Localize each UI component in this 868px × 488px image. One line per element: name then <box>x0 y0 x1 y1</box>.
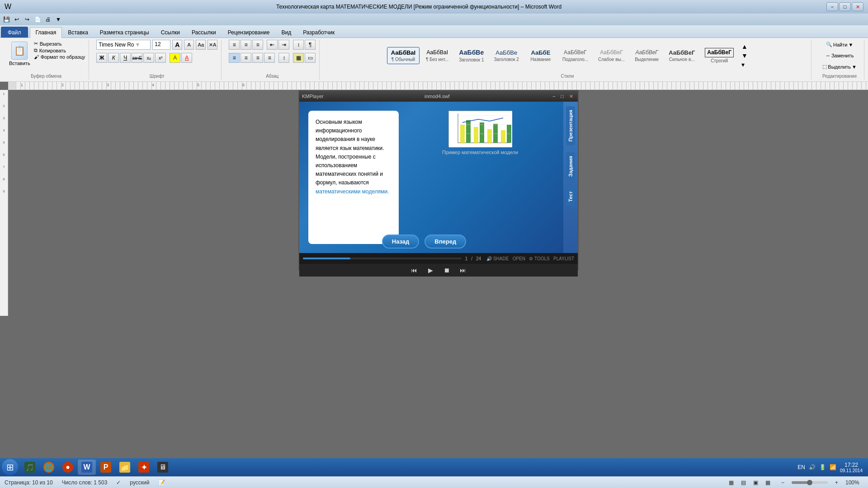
bullets-button[interactable]: ≡ <box>229 40 240 50</box>
style-heading2[interactable]: АаБбВе Заголовок 2 <box>490 47 523 65</box>
qat-dropdown[interactable]: ▼ <box>54 15 63 24</box>
style-subtitle[interactable]: АаБбВеГ Подзаголо... <box>558 47 592 64</box>
replace-button[interactable]: ↔ Заменить <box>822 51 857 60</box>
taskbar-other[interactable]: 🖥 <box>154 460 172 475</box>
superscript-button[interactable]: x² <box>155 53 166 63</box>
multilevel-button[interactable]: ≡ <box>252 40 263 50</box>
zoom-minus[interactable]: − <box>781 479 784 486</box>
taskbar-word[interactable]: W <box>78 460 96 475</box>
close-button[interactable]: ✕ <box>852 2 863 11</box>
format-painter-button[interactable]: 🖌 Формат по образцу <box>34 54 85 60</box>
view-read-icon[interactable]: ▦ <box>765 479 770 486</box>
tray-volume[interactable]: 🔊 <box>809 464 816 470</box>
paste-button[interactable]: 📋 Вставить <box>7 40 32 68</box>
cut-button[interactable]: ✂ Вырезать <box>34 41 85 47</box>
styles-scroll-down[interactable]: ▼ <box>741 52 748 59</box>
zoom-plus[interactable]: + <box>835 479 838 486</box>
zoom-slider[interactable] <box>792 481 828 484</box>
taskbar-media-player[interactable]: 🎵 <box>21 460 39 475</box>
maximize-button[interactable]: □ <box>839 2 851 11</box>
show-marks-button[interactable]: ¶ <box>305 40 316 50</box>
style-no-spacing[interactable]: АаБбВаI ¶ Без инт... <box>421 47 453 64</box>
subscript-button[interactable]: x₂ <box>143 53 154 63</box>
minimize-button[interactable]: − <box>826 2 838 11</box>
select-button[interactable]: ⬚ Выделить ▼ <box>819 62 860 71</box>
font-grow-button[interactable]: А <box>172 40 182 50</box>
style-normal[interactable]: АаБбВаI ¶ Обычный <box>387 47 420 65</box>
side-panel-tasks[interactable]: Задания <box>566 152 575 180</box>
tab-file[interactable]: Файл <box>1 27 28 38</box>
style-heading1[interactable]: АаБбВе Заголовок 1 <box>455 47 488 65</box>
view-web-icon[interactable]: ▣ <box>753 479 758 486</box>
sort-button[interactable]: ↕ <box>293 40 304 50</box>
tab-page-layout[interactable]: Разметка страницы <box>94 27 155 38</box>
font-name-input[interactable]: Times New Ro ▼ <box>96 40 151 50</box>
qat-redo[interactable]: ↪ <box>23 15 32 24</box>
clear-format-button[interactable]: ✕A <box>208 40 217 50</box>
taskbar-flash[interactable]: ✦ <box>135 460 153 475</box>
view-normal-icon[interactable]: ▦ <box>729 479 734 486</box>
qat-save[interactable]: 💾 <box>2 15 11 24</box>
tab-mailings[interactable]: Рассылки <box>186 27 222 38</box>
tray-clock[interactable]: 17:22 09.11.2014 <box>840 462 863 473</box>
styles-more[interactable]: ▾ <box>741 61 748 68</box>
taskbar-ie[interactable]: 🌐 <box>40 460 58 475</box>
tab-home[interactable]: Главная <box>30 27 62 38</box>
km-play-button[interactable]: ▶ <box>426 266 435 275</box>
copy-button[interactable]: ⧉ Копировать <box>34 47 85 53</box>
taskbar-chrome[interactable]: ● <box>59 460 77 475</box>
find-button[interactable]: 🔍 Найти ▼ <box>822 40 857 49</box>
style-strong-emphasis[interactable]: АаБбВеГ Сильное в... <box>665 47 699 65</box>
style-strict[interactable]: АаБбВеГ Строгий <box>701 46 738 65</box>
strikethrough-button[interactable]: зачЕ <box>132 53 142 63</box>
increase-indent-button[interactable]: ⇥ <box>278 40 289 50</box>
change-case-button[interactable]: Аа <box>196 40 206 50</box>
kmplayer-window[interactable]: KMPlayer inmod4.swf − □ ✕ Основным языко… <box>298 90 579 271</box>
shading-button[interactable]: ▦ <box>293 53 304 63</box>
align-left-button[interactable]: ≡ <box>229 53 240 63</box>
decrease-indent-button[interactable]: ⇤ <box>267 40 278 50</box>
side-panel-presentation[interactable]: Презентация <box>566 106 575 145</box>
tab-developer[interactable]: Разработчик <box>297 27 340 38</box>
tab-insert[interactable]: Вставка <box>62 27 94 38</box>
language[interactable]: русский <box>130 479 149 486</box>
kmplayer-close[interactable]: ✕ <box>567 94 575 99</box>
side-panel-test[interactable]: Тест <box>566 188 575 206</box>
kmplayer-maximize[interactable]: □ <box>559 94 566 99</box>
underline-button[interactable]: Ч <box>120 53 131 63</box>
zoom-level[interactable]: 100% <box>845 479 863 486</box>
back-button[interactable]: Назад <box>382 235 420 249</box>
style-title[interactable]: АаБбЕ Название <box>525 47 557 65</box>
align-right-button[interactable]: ≡ <box>252 53 263 63</box>
font-shrink-button[interactable]: А <box>184 40 194 50</box>
taskbar-powerpoint[interactable]: P <box>97 460 115 475</box>
km-next-button[interactable]: ⏭ <box>458 266 467 275</box>
line-spacing-button[interactable]: ↕ <box>278 53 289 63</box>
qat-print[interactable]: 🖨 <box>43 15 52 24</box>
justify-button[interactable]: ≡ <box>264 53 275 63</box>
view-full-icon[interactable]: ▤ <box>741 479 746 486</box>
km-prev-button[interactable]: ⏮ <box>410 266 419 275</box>
bold-button[interactable]: Ж <box>96 53 107 63</box>
kmplayer-minimize[interactable]: − <box>551 94 557 99</box>
italic-button[interactable]: К <box>108 53 119 63</box>
start-button[interactable]: ⊞ <box>2 459 18 475</box>
qat-undo[interactable]: ↩ <box>12 15 21 24</box>
qat-new[interactable]: 📄 <box>33 15 42 24</box>
km-stop-button[interactable]: ⏹ <box>442 266 451 275</box>
tab-review[interactable]: Рецензирование <box>222 27 276 38</box>
taskbar-explorer[interactable]: 📁 <box>116 460 134 475</box>
numbering-button[interactable]: ≡ <box>241 40 251 50</box>
align-center-button[interactable]: ≡ <box>241 53 251 63</box>
style-subtle-emphasis[interactable]: АаБбВеГ Слабое вы... <box>594 47 629 64</box>
highlight-button[interactable]: А <box>170 53 180 63</box>
tab-view[interactable]: Вид <box>275 27 297 38</box>
forward-button[interactable]: Вперед <box>425 235 466 249</box>
styles-scroll-up[interactable]: ▲ <box>741 43 748 50</box>
border-button[interactable]: ▭ <box>305 53 316 63</box>
style-emphasis[interactable]: АаБбВеГ Выделение <box>631 47 663 64</box>
font-color-button[interactable]: А <box>181 53 192 63</box>
font-size-input[interactable]: 12 <box>152 40 170 50</box>
tab-references[interactable]: Ссылки <box>155 27 186 38</box>
tray-lang[interactable]: EN <box>797 464 805 470</box>
